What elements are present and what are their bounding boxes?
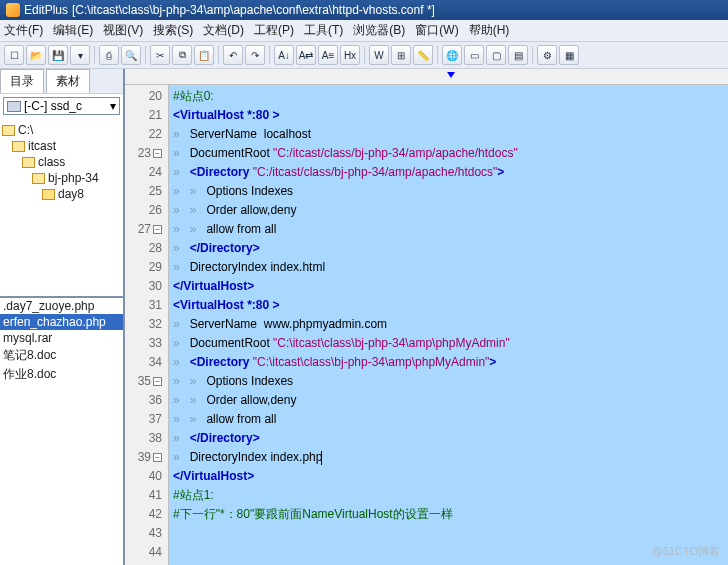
browser-button[interactable]: 🌐 xyxy=(442,45,462,65)
menu-project[interactable]: 工程(P) xyxy=(254,22,294,39)
window1-button[interactable]: ▭ xyxy=(464,45,484,65)
title-bar: EditPlus [C:\itcast\class\bj-php-34\amp\… xyxy=(0,0,728,20)
menu-bar: 文件(F) 编辑(E) 视图(V) 搜索(S) 文档(D) 工程(P) 工具(T… xyxy=(0,20,728,41)
open-file-button[interactable]: 📂 xyxy=(26,45,46,65)
fold-icon[interactable]: − xyxy=(153,225,162,234)
tree-label: itcast xyxy=(28,139,56,153)
document-path: [C:\itcast\class\bj-php-34\amp\apache\co… xyxy=(72,3,435,17)
fold-icon[interactable]: − xyxy=(153,377,162,386)
toolbar: ☐ 📂 💾 ▾ ⎙ 🔍 ✂ ⧉ 📋 ↶ ↷ A↓ A⇄ A≡ Hx W ⊞ 📏 … xyxy=(0,41,728,69)
directory-tree[interactable]: C:\itcastclassbj-php-34day8 xyxy=(0,118,123,298)
folder-icon xyxy=(32,173,45,184)
tree-item[interactable]: day8 xyxy=(42,186,121,202)
folder-icon xyxy=(12,141,25,152)
tree-item[interactable]: C:\ xyxy=(2,122,121,138)
fold-icon[interactable]: − xyxy=(153,149,162,158)
file-item[interactable]: 笔记8.doc xyxy=(0,346,123,365)
sidebar-tab-directory[interactable]: 目录 xyxy=(0,69,44,93)
file-item[interactable]: mysql.rar xyxy=(0,330,123,346)
watermark: @51CTO博客 xyxy=(652,544,720,559)
code-editor[interactable]: 20212223−24252627−2829303132333435−36373… xyxy=(125,85,728,565)
sidebar: 目录 素材 [-C-] ssd_c ▾ C:\itcastclassbj-php… xyxy=(0,69,125,565)
menu-tools[interactable]: 工具(T) xyxy=(304,22,343,39)
disk-icon xyxy=(7,101,21,112)
menu-document[interactable]: 文档(D) xyxy=(203,22,244,39)
menu-search[interactable]: 搜索(S) xyxy=(153,22,193,39)
file-item[interactable]: .day7_zuoye.php xyxy=(0,298,123,314)
menu-browser[interactable]: 浏览器(B) xyxy=(353,22,405,39)
sidebar-tab-material[interactable]: 素材 xyxy=(46,69,90,93)
print-preview-button[interactable]: 🔍 xyxy=(121,45,141,65)
redo-button[interactable]: ↷ xyxy=(245,45,265,65)
ruler-caret-icon xyxy=(447,72,455,78)
line-number-gutter: 20212223−24252627−2829303132333435−36373… xyxy=(125,85,169,565)
ruler: ----+----1----+----2----+----3----+----4… xyxy=(125,69,728,85)
tree-item[interactable]: class xyxy=(22,154,121,170)
tree-label: bj-php-34 xyxy=(48,171,99,185)
hex-button[interactable]: Hx xyxy=(340,45,360,65)
new-file-button[interactable]: ☐ xyxy=(4,45,24,65)
print-button[interactable]: ⎙ xyxy=(99,45,119,65)
wordwrap-button[interactable]: W xyxy=(369,45,389,65)
menu-help[interactable]: 帮助(H) xyxy=(469,22,510,39)
save-button[interactable]: 💾 xyxy=(48,45,68,65)
cut-button[interactable]: ✂ xyxy=(150,45,170,65)
menu-view[interactable]: 视图(V) xyxy=(103,22,143,39)
copy-button[interactable]: ⧉ xyxy=(172,45,192,65)
tile-button[interactable]: ▤ xyxy=(508,45,528,65)
drive-selector[interactable]: [-C-] ssd_c ▾ xyxy=(3,97,120,115)
paste-button[interactable]: 📋 xyxy=(194,45,214,65)
folder-icon xyxy=(42,189,55,200)
drive-label: [-C-] ssd_c xyxy=(24,99,82,113)
fold-icon[interactable]: − xyxy=(153,453,162,462)
menu-file[interactable]: 文件(F) xyxy=(4,22,43,39)
menu-window[interactable]: 窗口(W) xyxy=(415,22,458,39)
app-logo-icon xyxy=(6,3,20,17)
text-cursor xyxy=(321,451,322,465)
window2-button[interactable]: ▢ xyxy=(486,45,506,65)
find-button[interactable]: A↓ xyxy=(274,45,294,65)
file-item[interactable]: erfen_chazhao.php xyxy=(0,314,123,330)
app-name: EditPlus xyxy=(24,3,68,17)
settings-button[interactable]: ⚙ xyxy=(537,45,557,65)
find-files-button[interactable]: A≡ xyxy=(318,45,338,65)
folder-icon xyxy=(2,125,15,136)
save-dropdown-button[interactable]: ▾ xyxy=(70,45,90,65)
ruler-button[interactable]: 📏 xyxy=(413,45,433,65)
project-button[interactable]: ▦ xyxy=(559,45,579,65)
file-list[interactable]: .day7_zuoye.phperfen_chazhao.phpmysql.ra… xyxy=(0,298,123,565)
replace-button[interactable]: A⇄ xyxy=(296,45,316,65)
linenum-button[interactable]: ⊞ xyxy=(391,45,411,65)
chevron-down-icon: ▾ xyxy=(110,99,116,113)
tree-label: C:\ xyxy=(18,123,33,137)
folder-icon xyxy=(22,157,35,168)
tree-item[interactable]: bj-php-34 xyxy=(32,170,121,186)
tree-label: day8 xyxy=(58,187,84,201)
code-area[interactable]: #站点0:<VirtualHost *:80 >» ServerName loc… xyxy=(169,85,728,565)
menu-edit[interactable]: 编辑(E) xyxy=(53,22,93,39)
file-item[interactable]: 作业8.doc xyxy=(0,365,123,384)
tree-item[interactable]: itcast xyxy=(12,138,121,154)
undo-button[interactable]: ↶ xyxy=(223,45,243,65)
tree-label: class xyxy=(38,155,65,169)
